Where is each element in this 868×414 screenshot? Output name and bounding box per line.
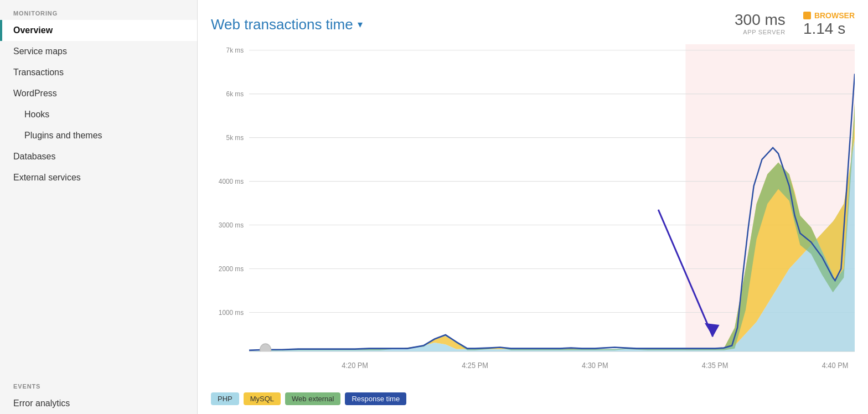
app-server-value: 300 ms [735, 11, 786, 29]
svg-text:4:40 PM: 4:40 PM [822, 361, 849, 370]
sidebar-item-label: WordPress [13, 89, 57, 99]
sidebar-item-label: Plugins and themes [24, 131, 102, 141]
app-server-label: APP SERVER [743, 29, 786, 35]
browser-label: BROWSER [814, 11, 855, 20]
sidebar-item-label: Databases [13, 152, 56, 162]
sidebar-item-label: Transactions [13, 68, 64, 77]
svg-text:1000 ms: 1000 ms [219, 308, 244, 317]
sidebar: MONITORING Overview Service maps Transac… [0, 0, 198, 414]
svg-text:4000 ms: 4000 ms [219, 177, 244, 185]
chart-svg: 7k ms 6k ms 5k ms 4000 ms 3000 ms 2000 m… [211, 44, 855, 387]
monitoring-section-label: MONITORING [0, 0, 197, 20]
main-content: Web transactions time ▾ 300 ms APP SERVE… [198, 0, 868, 414]
sidebar-item-transactions[interactable]: Transactions [0, 62, 197, 83]
sidebar-item-error-analytics[interactable]: Error analytics [0, 393, 197, 414]
svg-text:5k ms: 5k ms [226, 133, 244, 142]
svg-text:4:35 PM: 4:35 PM [702, 361, 728, 370]
legend-mysql-label: MySQL [250, 395, 274, 403]
legend-mysql[interactable]: MySQL [244, 392, 281, 405]
svg-point-25 [260, 344, 271, 355]
svg-text:3000 ms: 3000 ms [219, 221, 244, 229]
svg-text:4:25 PM: 4:25 PM [462, 361, 488, 370]
sidebar-item-hooks[interactable]: Hooks [0, 104, 197, 125]
chart-title-row: Web transactions time ▾ [211, 16, 363, 33]
browser-value: 1.14 s [803, 20, 845, 38]
app-server-stat: 300 ms APP SERVER [735, 11, 786, 35]
browser-color-box [803, 12, 811, 19]
browser-stat: BROWSER 1.14 s [803, 11, 855, 38]
chart-legend: PHP MySQL Web external Response time [211, 392, 855, 405]
chart-container: 7k ms 6k ms 5k ms 4000 ms 3000 ms 2000 m… [211, 44, 855, 405]
legend-response-label: Response time [352, 395, 400, 403]
sidebar-item-label: Error analytics [13, 399, 70, 408]
sidebar-item-external-services[interactable]: External services [0, 167, 197, 188]
sidebar-item-overview[interactable]: Overview [0, 20, 197, 41]
chart-header: Web transactions time ▾ 300 ms APP SERVE… [211, 11, 855, 38]
sidebar-item-label: Hooks [24, 110, 49, 120]
svg-text:2000 ms: 2000 ms [219, 265, 244, 273]
legend-webext-label: Web external [292, 395, 334, 403]
sidebar-item-wordpress[interactable]: WordPress [0, 83, 197, 104]
legend-web-external[interactable]: Web external [285, 392, 340, 405]
svg-text:7k ms: 7k ms [226, 46, 244, 55]
sidebar-item-databases[interactable]: Databases [0, 146, 197, 167]
chart-title: Web transactions time [211, 16, 353, 33]
chart-stats: 300 ms APP SERVER BROWSER 1.14 s [735, 11, 855, 38]
sidebar-item-plugins-themes[interactable]: Plugins and themes [0, 125, 197, 146]
svg-text:4:20 PM: 4:20 PM [342, 361, 368, 370]
browser-label-row: BROWSER [803, 11, 855, 20]
svg-text:4:30 PM: 4:30 PM [582, 361, 608, 370]
svg-text:6k ms: 6k ms [226, 90, 244, 98]
sidebar-item-label: External services [13, 173, 81, 183]
sidebar-item-service-maps[interactable]: Service maps [0, 41, 197, 62]
events-section-label: EVENTS [0, 373, 197, 393]
chart-svg-wrapper: 7k ms 6k ms 5k ms 4000 ms 3000 ms 2000 m… [211, 44, 855, 387]
legend-php[interactable]: PHP [211, 392, 239, 405]
legend-php-label: PHP [218, 395, 232, 403]
sidebar-item-label: Service maps [13, 46, 67, 56]
chart-dropdown-icon[interactable]: ▾ [358, 18, 363, 30]
legend-response-time[interactable]: Response time [345, 392, 406, 405]
sidebar-item-label: Overview [13, 25, 53, 35]
